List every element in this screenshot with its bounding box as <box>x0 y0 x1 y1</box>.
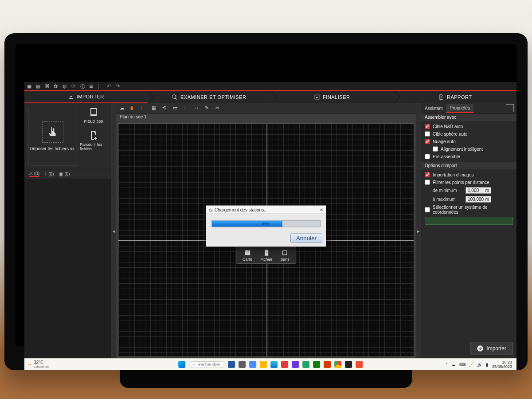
checkbox[interactable] <box>433 146 438 152</box>
file-drop-zone[interactable]: Déposer les fichiers ici. <box>28 107 77 165</box>
taskbar-app-4[interactable] <box>260 361 267 368</box>
tab-assistant[interactable]: Assistant <box>421 104 446 113</box>
qa-save-icon[interactable]: ⌘ <box>45 83 50 89</box>
qa-info-icon[interactable]: ⓘ <box>80 83 86 89</box>
taskbar-app-8[interactable] <box>313 361 320 368</box>
chk-label: Sélectionner un système de coordonnées <box>433 205 513 215</box>
mini-label: Fichier <box>260 257 272 262</box>
spinner-icon[interactable]: ▲▼ <box>493 198 497 200</box>
chk-cible-sphere[interactable]: Cible sphère auto <box>425 131 513 137</box>
checkbox[interactable] <box>425 154 430 159</box>
tool-select-icon[interactable]: ▭ <box>173 105 179 111</box>
tray-lang-icon[interactable]: ⌨ <box>459 362 466 367</box>
chk-filtrer-distance[interactable]: Filtrer les points par distance <box>425 180 513 185</box>
start-button[interactable] <box>178 361 185 368</box>
qa-disc-icon[interactable]: ◍ <box>63 83 68 89</box>
grid-canvas[interactable]: Carte Fichier Sans <box>118 123 414 357</box>
tool-cube-icon[interactable]: ▦ <box>152 105 158 111</box>
tool-wrench-icon[interactable]: ✂ <box>215 105 222 111</box>
qa-new-icon[interactable]: ▣ <box>27 83 32 89</box>
chk-cible-nb[interactable]: Cible N&B auto <box>425 124 513 129</box>
panel-detach-icon[interactable] <box>506 104 514 112</box>
qa-settings-icon[interactable]: ✿ <box>54 83 59 89</box>
chk-label: Nuage auto <box>433 139 456 144</box>
import-button[interactable]: Importer <box>470 342 513 355</box>
right-collapse-handle[interactable]: ▸ <box>416 103 421 359</box>
taskbar-search[interactable]: ⌕Rechercher <box>189 361 224 368</box>
left-side-column: FIELD 360 Parcourir les fichiers <box>80 107 107 165</box>
dialog-title: Chargement des stations... <box>215 207 268 212</box>
taskbar-chrome[interactable] <box>334 361 341 368</box>
taskbar-app-5[interactable] <box>281 361 288 368</box>
spinner-icon[interactable]: ▲▼ <box>493 189 497 192</box>
left-collapse-handle[interactable]: ◂ <box>111 103 116 359</box>
taskbar-app-7[interactable] <box>302 361 309 368</box>
qa-refresh-icon[interactable]: ⟳ <box>71 83 77 89</box>
checkbox[interactable] <box>425 207 430 212</box>
taskbar-app-10[interactable] <box>345 361 352 368</box>
step-examiner[interactable]: EXAMINER ET OPTIMISER <box>148 91 271 103</box>
chk-preassemble[interactable]: Pré-assemblé <box>425 154 513 159</box>
min-distance-input[interactable]: 1,000m <box>466 187 491 194</box>
step-finaliser[interactable]: FINALISER <box>270 91 394 103</box>
chk-import-images[interactable]: Importation d'images <box>425 172 513 177</box>
tab-proprietes[interactable]: Propriétés <box>446 104 474 113</box>
dialog-titlebar: ◷ Chargement des stations... ✕ <box>206 206 326 214</box>
checkbox[interactable] <box>425 124 430 129</box>
mini-carte[interactable]: Carte <box>243 249 252 262</box>
qa-layers-icon[interactable]: ≣ <box>89 83 94 89</box>
counter-value: (0) <box>48 172 54 176</box>
step-importer[interactable]: IMPORTER <box>24 91 148 103</box>
mini-label: Sans <box>280 257 289 262</box>
coord-system-select[interactable] <box>425 217 513 225</box>
taskbar-app-2[interactable] <box>239 361 246 368</box>
mini-sans[interactable]: Sans <box>280 249 289 262</box>
taskbar-app-1[interactable] <box>228 361 235 368</box>
tool-cloud-icon[interactable]: ☁ <box>120 105 126 111</box>
taskbar-weather[interactable]: ☀ 32°C Ensoleillé <box>24 360 52 369</box>
step-rapport[interactable]: RAPPORT <box>394 91 517 103</box>
tray-chevron-icon[interactable]: ˄ <box>446 362 448 367</box>
tool-measure-icon[interactable]: ↔ <box>194 105 200 111</box>
tool-tag-icon[interactable]: ✎ <box>205 105 211 111</box>
app-body: Déposer les fichiers ici. FIELD 360 Parc… <box>24 103 516 359</box>
chk-nuage[interactable]: Nuage auto <box>425 139 513 144</box>
progress-dialog: ◷ Chargement des stations... ✕ 65% <box>206 206 326 247</box>
checkbox[interactable] <box>425 180 430 185</box>
chk-alignement[interactable]: Alignement intelligent <box>425 146 513 152</box>
taskbar-app-6[interactable] <box>292 361 299 368</box>
checkbox[interactable] <box>425 131 430 137</box>
dialog-close-button[interactable]: ✕ <box>320 207 323 212</box>
counter-value: (0) <box>34 171 39 176</box>
mini-fichier[interactable]: Fichier <box>260 249 272 262</box>
tray-battery-icon[interactable]: ▮ <box>486 362 489 367</box>
taskbar-app-3[interactable] <box>249 361 256 368</box>
taskbar-app-9[interactable] <box>324 361 331 368</box>
tool-pano-icon[interactable]: ⬮ <box>130 105 137 111</box>
taskbar-edge[interactable] <box>270 361 278 368</box>
clock-time: 16:23 <box>502 360 512 364</box>
counter-box[interactable]: ▣(0) <box>59 172 70 176</box>
tool-rotate-icon[interactable]: ⟲ <box>162 105 168 111</box>
max-distance-input[interactable]: 100,000m <box>466 196 491 203</box>
counter-warn[interactable]: ⚠(0) <box>29 171 39 177</box>
qa-open-icon[interactable]: ▤ <box>36 83 41 89</box>
browse-files-button[interactable]: Parcourir les fichiers <box>80 130 107 151</box>
taskbar-clock[interactable]: 16:23 25/08/2023 <box>492 360 512 369</box>
qa-undo-icon[interactable]: ↶ <box>107 83 112 89</box>
field360-button[interactable]: FIELD 360 <box>84 107 103 124</box>
counter-link[interactable]: ⌇(0) <box>45 172 54 176</box>
taskbar-app-11[interactable] <box>356 361 363 368</box>
cancel-button[interactable]: Annuler <box>290 234 322 243</box>
left-panel: Déposer les fichiers ici. FIELD 360 Parc… <box>24 103 111 359</box>
warning-icon: ⚠ <box>29 171 33 176</box>
chk-label: Alignement intelligent <box>441 147 483 152</box>
checkbox[interactable] <box>425 172 430 177</box>
tray-volume-icon[interactable]: 🔊 <box>477 362 482 367</box>
qa-redo-icon[interactable]: ↷ <box>116 83 121 89</box>
chk-select-coord-system[interactable]: Sélectionner un système de coordonnées <box>425 205 513 215</box>
tray-cloud-icon[interactable]: ☁ <box>451 362 456 367</box>
row-min-distance: de minimum 1,000m ▲▼ <box>425 187 513 194</box>
tray-wifi-icon[interactable]: ⋰ <box>469 362 473 367</box>
checkbox[interactable] <box>425 139 430 144</box>
